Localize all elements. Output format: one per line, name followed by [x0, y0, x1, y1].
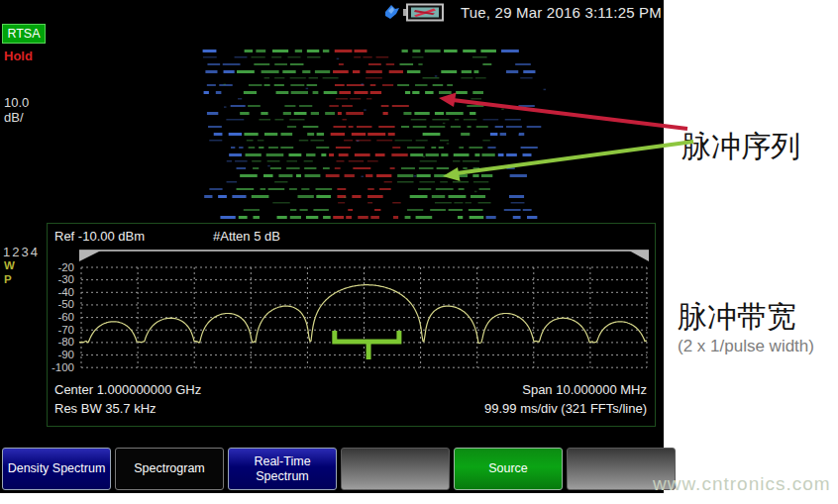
watermark: www.cntronics.com [653, 473, 831, 495]
atten-readout: #Atten 5 dB [213, 229, 280, 244]
y-axis-tick: -100 [44, 362, 74, 373]
softkey-density-spectrum[interactable]: Density Spectrum [2, 448, 111, 490]
y-axis-tick: -90 [44, 350, 74, 360]
softkey-real-time-spectrum[interactable]: Real-Time Spectrum [228, 448, 337, 490]
battery-ac-fault-icon [403, 3, 444, 22]
center-freq-readout: Center 1.000000000 GHz [54, 382, 201, 397]
y-axis-tick: -60 [44, 312, 74, 323]
remote-connection-icon [382, 3, 401, 22]
y-axis-tick: -50 [44, 299, 74, 310]
res-bw-readout: Res BW 35.7 kHz [54, 401, 157, 416]
trace-numbers: 1234 [3, 245, 40, 259]
softkey-spectrogram[interactable]: Spectrogram [115, 448, 224, 490]
softkey-blank-4[interactable] [341, 448, 450, 490]
pulse-bandwidth-label: 脉冲带宽 [678, 297, 796, 338]
softkey-source[interactable]: Source [454, 448, 563, 490]
trace-detector-flag: W [4, 259, 15, 271]
span-readout: Span 10.000000 MHz [251, 382, 647, 397]
datetime-display: Tue, 29 Mar 2016 3:11:25 PM [461, 4, 662, 21]
y-axis-tick: -20 [44, 262, 74, 273]
trace-mode-flag: P [4, 273, 12, 285]
sweep-time-readout: 99.99 ms/div (321 FFTs/line) [251, 401, 647, 416]
scale-value: 10.0 [4, 95, 29, 110]
y-axis-tick: -30 [44, 274, 74, 285]
sweep-status: Hold [4, 49, 33, 63]
analyzer-screen: Tue, 29 Mar 2016 3:11:25 PM RTSA Hold 10… [0, 0, 664, 493]
mode-indicator: RTSA [2, 24, 46, 44]
y-axis-tick: -80 [44, 337, 74, 348]
y-axis-tick: -40 [44, 287, 74, 298]
scale-unit: dB/ [4, 110, 24, 125]
density-spectrum-display[interactable] [178, 45, 555, 223]
ref-level-readout: Ref -10.00 dBm [54, 229, 145, 244]
y-axis-tick: -70 [44, 325, 74, 336]
pulse-sequence-label: 脉冲序列 [681, 127, 800, 167]
softkey-bar: Density SpectrumSpectrogramReal-Time Spe… [2, 448, 676, 490]
pulse-bandwidth-note: (2 x 1/pulse width) [678, 337, 814, 356]
spectrum-plot[interactable] [79, 250, 649, 374]
y-axis-labels: -20-30-40-50-60-70-80-90-100 [44, 250, 76, 374]
